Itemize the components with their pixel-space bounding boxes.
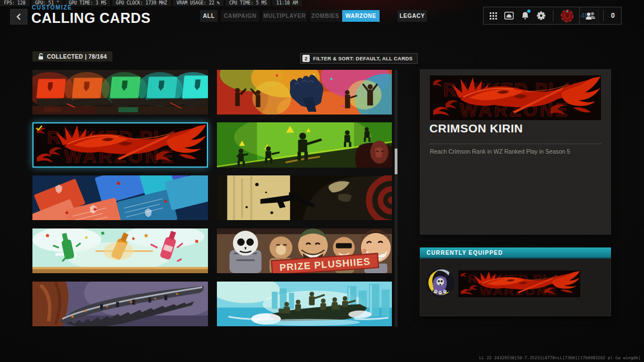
calling-card-hacker-laptops[interactable] (32, 70, 208, 115)
tab-warzone[interactable]: WARZONE (342, 10, 380, 22)
hotkey-badge: 2 (302, 55, 310, 62)
fps-readout: FPS: 120 (0, 0, 30, 6)
currently-equipped-header: CURRENTLY EQUIPPED (420, 247, 611, 259)
currently-equipped-label: CURRENTLY EQUIPPED (427, 250, 503, 256)
social-icon[interactable] (586, 12, 596, 20)
tab-campaign[interactable]: CAMPAIGN (221, 10, 259, 22)
unlock-icon (38, 53, 44, 60)
build-debug-text: LL 22 24329538[50-7.3523]L0778+LL[7300][… (479, 355, 641, 360)
tab-label: CAMPAIGN (224, 13, 257, 19)
notifications-icon[interactable] (521, 11, 529, 20)
grid-scrollbar-thumb[interactable] (395, 149, 397, 174)
card-unlock-description: Reach Crimson Rank in WZ Ranked Play in … (430, 148, 598, 155)
tab-multiplayer[interactable]: MULTIPLAYER (262, 10, 307, 22)
cod-points-icon[interactable] (561, 9, 574, 22)
reaper-emblem-icon (425, 268, 455, 298)
social-count: 0 (611, 12, 615, 20)
vram-usage-readout: VRAM USAGE: 22 % (173, 0, 224, 6)
tab-label: ALL (203, 13, 215, 19)
calling-card-noir-gunman[interactable] (217, 175, 392, 220)
divider (603, 10, 604, 21)
tab-label: MULTIPLAYER (263, 13, 306, 19)
card-preview-art (430, 75, 601, 120)
grid-scrollbar-track[interactable] (395, 70, 397, 327)
calling-card-scattered-documents[interactable] (32, 175, 208, 220)
cpu-time-readout: CPU TIME: 5 MS (225, 0, 271, 6)
card-detail-panel: CRIMSON KIRIN Reach Crimson Rank in WZ R… (420, 69, 611, 235)
tab-zombies[interactable]: ZOMBIES (310, 10, 341, 22)
settings-icon[interactable] (537, 11, 546, 20)
collected-label: COLLECTED | 78/164 (47, 54, 107, 60)
back-button[interactable] (10, 9, 27, 25)
equipped-calling-card[interactable] (458, 270, 580, 297)
chevron-left-icon (16, 13, 22, 21)
selected-check-icon (36, 125, 42, 131)
calling-card-toxic-advance[interactable] (217, 122, 392, 168)
filter-sort-label: FILTER & SORT: DEFAULT, ALL CARDS (313, 56, 413, 61)
tab-label: LEGACY (400, 13, 425, 19)
tab-label: ZOMBIES (311, 13, 339, 19)
grid-icon[interactable] (490, 12, 497, 20)
calling-card-crimson-kirin[interactable] (32, 122, 208, 168)
calling-card-bottle-burst[interactable] (32, 228, 208, 273)
calling-card-technicolor-fist[interactable] (217, 70, 392, 115)
calling-card-harbor-assault[interactable] (217, 282, 392, 326)
collected-counter: COLLECTED | 78/164 (32, 51, 112, 61)
calling-cards-screen: RANKED PLAY WARZONE FPS: 120 GPU: 51 (0, 0, 644, 362)
card-title: CRIMSON KIRIN (429, 122, 523, 135)
notification-dot (527, 9, 531, 13)
tab-label: WARZONE (345, 13, 376, 19)
currently-equipped-panel: CURRENTLY EQUIPPED (420, 247, 611, 316)
calling-card-serrated-blade[interactable] (32, 282, 208, 326)
clock-readout: 11:10 AM (272, 0, 302, 6)
divider (553, 10, 553, 21)
image-icon[interactable] (504, 12, 514, 20)
tab-all[interactable]: ALL (200, 10, 217, 22)
calling-card-prize-plushies[interactable]: PRIZE PLUSHIIES (217, 228, 392, 273)
filter-sort-button[interactable]: 2 FILTER & SORT: DEFAULT, ALL CARDS (300, 53, 418, 64)
divider (430, 144, 601, 144)
equipped-emblem[interactable] (425, 268, 455, 298)
page-title: CALLING CARDS (31, 9, 150, 26)
tab-legacy[interactable]: LEGACY (397, 10, 427, 22)
gpu-clock-readout: GPU CLOCK: 1739 MHZ (112, 0, 171, 6)
social-group: 0 (579, 7, 622, 25)
